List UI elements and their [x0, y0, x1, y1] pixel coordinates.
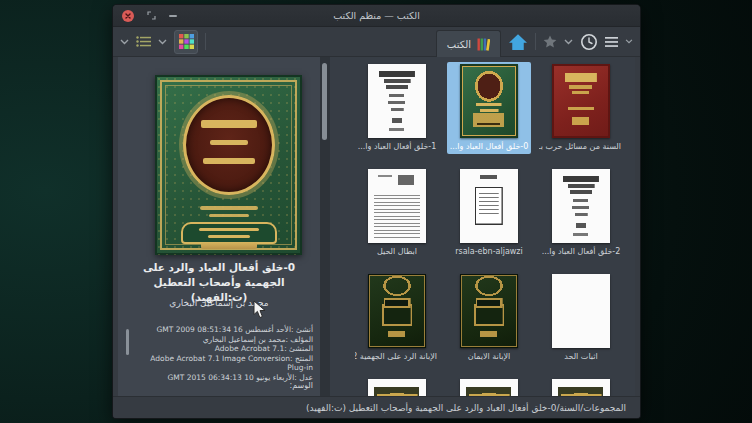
- chevron-down-icon: [120, 39, 129, 45]
- book-thumbnail-image: [460, 169, 518, 243]
- grid-panel: السنة من مسائل حرب بـ... 0-خلق أفعال الع…: [330, 57, 635, 396]
- book-item[interactable]: [447, 377, 531, 396]
- toolbar-separator: [535, 33, 536, 50]
- close-button[interactable]: [122, 10, 134, 22]
- book-item[interactable]: 0-خلق أفعال العباد وا...: [447, 62, 531, 154]
- book-thumbnail: [355, 62, 439, 140]
- book-item-caption: 2-خلق أفعال العباد وا...: [539, 245, 623, 259]
- book-thumbnail-image: [552, 169, 610, 243]
- book-item[interactable]: [355, 377, 439, 396]
- home-icon: [508, 33, 528, 51]
- books-grid: السنة من مسائل حرب بـ... 0-خلق أفعال الع…: [330, 57, 635, 396]
- book-thumbnail-image: [460, 379, 518, 396]
- book-author: محمد بن إسماعيل البخاري: [126, 298, 312, 308]
- book-item[interactable]: [539, 377, 623, 396]
- metadata-row: عدل :الأربعاء يونيو 10 06:34:13 2015 GMT: [132, 373, 313, 383]
- favorites-dropdown[interactable]: [564, 39, 573, 45]
- metadata-row: المنشئ :Adobe Acrobat 7.1: [132, 344, 313, 354]
- book-item[interactable]: 1-خلق أفعال العباد وا...: [355, 62, 439, 154]
- tab-books-label: الكتب: [447, 39, 471, 50]
- chevron-down-icon: [564, 39, 573, 45]
- book-thumbnail-image: [368, 274, 426, 348]
- chevron-down-icon: [625, 39, 633, 44]
- preview-panel: 0-خلق أفعال العباد والرد على الجهمية وأص…: [118, 57, 320, 396]
- book-thumbnail: [539, 377, 623, 396]
- book-item[interactable]: الإبانة الايمان: [447, 272, 531, 364]
- grid-scrollbar[interactable]: [320, 57, 330, 396]
- book-thumbnail: [355, 167, 439, 245]
- book-item[interactable]: rsala-ebn-aljawzi: [447, 167, 531, 259]
- book-item-caption: الإبانة الرد على الجهمية 2: [355, 350, 439, 364]
- close-icon: [125, 13, 131, 19]
- book-item-caption: السنة من مسائل حرب بـ...: [539, 140, 623, 154]
- toolbar-separator: [205, 33, 206, 50]
- book-thumbnail: [447, 167, 531, 245]
- book-thumbnail: [539, 62, 623, 140]
- book-thumbnail-image: [460, 64, 518, 138]
- grid-view-icon: [179, 34, 194, 49]
- recent-button[interactable]: [580, 33, 598, 51]
- book-item-caption: ابطال الحيل: [355, 245, 439, 259]
- tag-label: الوسم:: [289, 381, 313, 390]
- minimize-button[interactable]: [169, 15, 177, 17]
- metadata-row: المنتج :Adobe Acrobat 7.1 Image Conversi…: [132, 354, 313, 373]
- status-path: المجموعات/السنة/0-خلق أفعال العباد والرد…: [306, 403, 626, 413]
- book-thumbnail: [539, 272, 623, 350]
- window-title: الكتب — منظم الكتب: [333, 10, 420, 21]
- title-bar[interactable]: الكتب — منظم الكتب: [113, 5, 640, 27]
- book-item-caption: 1-خلق أفعال العباد وا...: [355, 140, 439, 154]
- minimize-icon: [169, 15, 177, 17]
- book-thumbnail-image: [552, 379, 610, 396]
- list-view-icon: [136, 36, 151, 47]
- menu-dropdown[interactable]: [625, 39, 633, 44]
- app-window: الكتب — منظم الكتب: [113, 5, 640, 418]
- book-thumbnail-image: [552, 64, 610, 138]
- mouse-cursor: [253, 300, 266, 319]
- tab-books[interactable]: الكتب: [436, 30, 501, 57]
- menu-button[interactable]: [605, 37, 618, 47]
- cover-medallion: [183, 95, 275, 195]
- book-thumbnail-image: [460, 274, 518, 348]
- main-area: 0-خلق أفعال العباد والرد على الجهمية وأص…: [113, 57, 640, 396]
- book-thumbnail: [539, 167, 623, 245]
- metadata-row: أنشئ :الأحد أغسطس 16 08:51:34 2009 GMT: [132, 325, 313, 335]
- book-thumbnail-image: [368, 169, 426, 243]
- book-item-caption: rsala-ebn-aljawzi: [447, 245, 531, 259]
- status-bar: المجموعات/السنة/0-خلق أفعال العباد والرد…: [113, 396, 640, 418]
- book-thumbnail-image: [368, 379, 426, 396]
- grid-view-button[interactable]: [174, 30, 198, 54]
- book-thumbnail: [447, 62, 531, 140]
- list-view-button[interactable]: [136, 36, 151, 47]
- chevron-down-icon: [158, 39, 167, 45]
- book-thumbnail-image: [552, 274, 610, 348]
- book-item[interactable]: الإبانة الرد على الجهمية 2: [355, 272, 439, 364]
- book-item-caption: اثبات الحد: [539, 350, 623, 364]
- metadata-scrollbar[interactable]: [126, 329, 129, 355]
- book-item[interactable]: اثبات الحد: [539, 272, 623, 364]
- book-item-caption: الإبانة الايمان: [447, 350, 531, 364]
- book-item[interactable]: ابطال الحيل: [355, 167, 439, 259]
- book-item[interactable]: 2-خلق أفعال العباد وا...: [539, 167, 623, 259]
- book-cover-image: [155, 75, 302, 255]
- hamburger-menu-icon: [605, 37, 618, 47]
- restore-button[interactable]: [147, 11, 156, 20]
- book-thumbnail: [355, 377, 439, 396]
- book-thumbnail: [447, 272, 531, 350]
- view-options-dropdown[interactable]: [158, 39, 167, 45]
- clock-icon: [580, 33, 598, 51]
- star-icon: [543, 35, 557, 48]
- book-item-caption: 0-خلق أفعال العباد وا...: [447, 140, 531, 154]
- book-item[interactable]: السنة من مسائل حرب بـ...: [539, 62, 623, 154]
- books-icon: [477, 38, 490, 51]
- book-thumbnail: [355, 272, 439, 350]
- book-thumbnail: [447, 377, 531, 396]
- book-thumbnail-image: [368, 64, 426, 138]
- window-controls: [122, 5, 177, 26]
- sort-dropdown-button[interactable]: [120, 39, 129, 45]
- restore-icon: [147, 11, 156, 20]
- metadata-list: أنشئ :الأحد أغسطس 16 08:51:34 2009 GMT ا…: [132, 325, 313, 383]
- grid-scrollbar-handle[interactable]: [322, 63, 327, 140]
- toolbar: الكتب: [113, 27, 640, 57]
- home-button[interactable]: [508, 33, 528, 51]
- favorites-button[interactable]: [543, 35, 557, 48]
